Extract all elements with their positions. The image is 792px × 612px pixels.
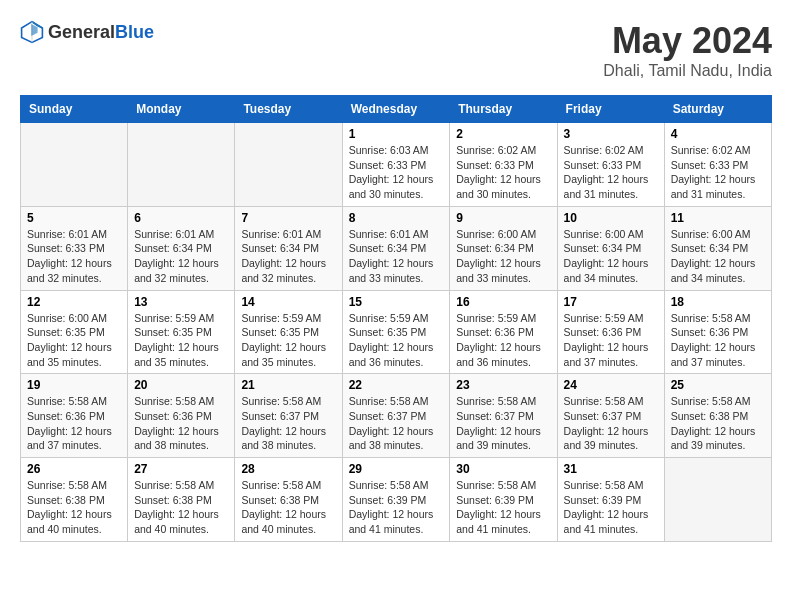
calendar-cell: 25Sunrise: 5:58 AMSunset: 6:38 PMDayligh…: [664, 374, 771, 458]
weekday-header: Monday: [128, 96, 235, 123]
day-number: 27: [134, 462, 228, 476]
calendar-cell: [235, 123, 342, 207]
title-block: May 2024 Dhali, Tamil Nadu, India: [603, 20, 772, 80]
day-info: Sunrise: 6:03 AMSunset: 6:33 PMDaylight:…: [349, 143, 444, 202]
logo-text: GeneralBlue: [48, 22, 154, 43]
day-number: 8: [349, 211, 444, 225]
day-number: 22: [349, 378, 444, 392]
day-info: Sunrise: 5:59 AMSunset: 6:36 PMDaylight:…: [456, 311, 550, 370]
day-number: 20: [134, 378, 228, 392]
day-info: Sunrise: 5:58 AMSunset: 6:36 PMDaylight:…: [671, 311, 765, 370]
day-info: Sunrise: 5:58 AMSunset: 6:37 PMDaylight:…: [349, 394, 444, 453]
day-info: Sunrise: 5:58 AMSunset: 6:38 PMDaylight:…: [27, 478, 121, 537]
day-info: Sunrise: 5:58 AMSunset: 6:36 PMDaylight:…: [134, 394, 228, 453]
calendar-cell: 12Sunrise: 6:00 AMSunset: 6:35 PMDayligh…: [21, 290, 128, 374]
calendar-table: SundayMondayTuesdayWednesdayThursdayFrid…: [20, 95, 772, 542]
calendar-cell: 1Sunrise: 6:03 AMSunset: 6:33 PMDaylight…: [342, 123, 450, 207]
location-title: Dhali, Tamil Nadu, India: [603, 62, 772, 80]
weekday-header-row: SundayMondayTuesdayWednesdayThursdayFrid…: [21, 96, 772, 123]
day-info: Sunrise: 5:59 AMSunset: 6:35 PMDaylight:…: [241, 311, 335, 370]
calendar-cell: 28Sunrise: 5:58 AMSunset: 6:38 PMDayligh…: [235, 458, 342, 542]
day-info: Sunrise: 5:59 AMSunset: 6:35 PMDaylight:…: [134, 311, 228, 370]
day-info: Sunrise: 5:58 AMSunset: 6:38 PMDaylight:…: [671, 394, 765, 453]
calendar-week-row: 1Sunrise: 6:03 AMSunset: 6:33 PMDaylight…: [21, 123, 772, 207]
calendar-cell: 31Sunrise: 5:58 AMSunset: 6:39 PMDayligh…: [557, 458, 664, 542]
calendar-cell: 13Sunrise: 5:59 AMSunset: 6:35 PMDayligh…: [128, 290, 235, 374]
calendar-cell: 14Sunrise: 5:59 AMSunset: 6:35 PMDayligh…: [235, 290, 342, 374]
day-number: 1: [349, 127, 444, 141]
day-info: Sunrise: 6:02 AMSunset: 6:33 PMDaylight:…: [671, 143, 765, 202]
day-number: 4: [671, 127, 765, 141]
day-info: Sunrise: 5:58 AMSunset: 6:38 PMDaylight:…: [241, 478, 335, 537]
calendar-cell: 16Sunrise: 5:59 AMSunset: 6:36 PMDayligh…: [450, 290, 557, 374]
day-number: 7: [241, 211, 335, 225]
calendar-week-row: 12Sunrise: 6:00 AMSunset: 6:35 PMDayligh…: [21, 290, 772, 374]
calendar-cell: 17Sunrise: 5:59 AMSunset: 6:36 PMDayligh…: [557, 290, 664, 374]
day-number: 15: [349, 295, 444, 309]
day-number: 5: [27, 211, 121, 225]
day-number: 19: [27, 378, 121, 392]
day-number: 11: [671, 211, 765, 225]
calendar-cell: 19Sunrise: 5:58 AMSunset: 6:36 PMDayligh…: [21, 374, 128, 458]
day-number: 13: [134, 295, 228, 309]
logo-general: General: [48, 22, 115, 42]
weekday-header: Friday: [557, 96, 664, 123]
day-number: 29: [349, 462, 444, 476]
day-number: 18: [671, 295, 765, 309]
calendar-cell: 10Sunrise: 6:00 AMSunset: 6:34 PMDayligh…: [557, 206, 664, 290]
day-info: Sunrise: 6:00 AMSunset: 6:34 PMDaylight:…: [456, 227, 550, 286]
calendar-cell: 2Sunrise: 6:02 AMSunset: 6:33 PMDaylight…: [450, 123, 557, 207]
day-number: 28: [241, 462, 335, 476]
day-info: Sunrise: 6:02 AMSunset: 6:33 PMDaylight:…: [564, 143, 658, 202]
calendar-cell: 20Sunrise: 5:58 AMSunset: 6:36 PMDayligh…: [128, 374, 235, 458]
calendar-cell: 3Sunrise: 6:02 AMSunset: 6:33 PMDaylight…: [557, 123, 664, 207]
day-info: Sunrise: 6:01 AMSunset: 6:34 PMDaylight:…: [349, 227, 444, 286]
calendar-cell: 4Sunrise: 6:02 AMSunset: 6:33 PMDaylight…: [664, 123, 771, 207]
day-number: 12: [27, 295, 121, 309]
day-info: Sunrise: 6:00 AMSunset: 6:35 PMDaylight:…: [27, 311, 121, 370]
month-title: May 2024: [603, 20, 772, 62]
calendar-cell: [664, 458, 771, 542]
day-info: Sunrise: 5:58 AMSunset: 6:36 PMDaylight:…: [27, 394, 121, 453]
day-info: Sunrise: 5:58 AMSunset: 6:37 PMDaylight:…: [564, 394, 658, 453]
calendar-week-row: 19Sunrise: 5:58 AMSunset: 6:36 PMDayligh…: [21, 374, 772, 458]
day-number: 31: [564, 462, 658, 476]
weekday-header: Tuesday: [235, 96, 342, 123]
day-info: Sunrise: 6:02 AMSunset: 6:33 PMDaylight:…: [456, 143, 550, 202]
day-number: 14: [241, 295, 335, 309]
day-number: 26: [27, 462, 121, 476]
calendar-cell: 5Sunrise: 6:01 AMSunset: 6:33 PMDaylight…: [21, 206, 128, 290]
calendar-cell: 27Sunrise: 5:58 AMSunset: 6:38 PMDayligh…: [128, 458, 235, 542]
day-info: Sunrise: 5:58 AMSunset: 6:39 PMDaylight:…: [564, 478, 658, 537]
day-info: Sunrise: 5:58 AMSunset: 6:39 PMDaylight:…: [456, 478, 550, 537]
calendar-cell: 29Sunrise: 5:58 AMSunset: 6:39 PMDayligh…: [342, 458, 450, 542]
day-number: 23: [456, 378, 550, 392]
calendar-cell: 6Sunrise: 6:01 AMSunset: 6:34 PMDaylight…: [128, 206, 235, 290]
day-info: Sunrise: 5:59 AMSunset: 6:36 PMDaylight:…: [564, 311, 658, 370]
day-info: Sunrise: 5:59 AMSunset: 6:35 PMDaylight:…: [349, 311, 444, 370]
day-info: Sunrise: 6:01 AMSunset: 6:34 PMDaylight:…: [241, 227, 335, 286]
calendar-cell: 30Sunrise: 5:58 AMSunset: 6:39 PMDayligh…: [450, 458, 557, 542]
calendar-cell: 21Sunrise: 5:58 AMSunset: 6:37 PMDayligh…: [235, 374, 342, 458]
calendar-cell: [21, 123, 128, 207]
day-info: Sunrise: 5:58 AMSunset: 6:38 PMDaylight:…: [134, 478, 228, 537]
logo: GeneralBlue: [20, 20, 154, 44]
day-number: 25: [671, 378, 765, 392]
calendar-week-row: 5Sunrise: 6:01 AMSunset: 6:33 PMDaylight…: [21, 206, 772, 290]
day-number: 17: [564, 295, 658, 309]
weekday-header: Thursday: [450, 96, 557, 123]
calendar-cell: 8Sunrise: 6:01 AMSunset: 6:34 PMDaylight…: [342, 206, 450, 290]
weekday-header: Wednesday: [342, 96, 450, 123]
day-number: 10: [564, 211, 658, 225]
logo-blue: Blue: [115, 22, 154, 42]
day-number: 6: [134, 211, 228, 225]
calendar-cell: 15Sunrise: 5:59 AMSunset: 6:35 PMDayligh…: [342, 290, 450, 374]
calendar-cell: 9Sunrise: 6:00 AMSunset: 6:34 PMDaylight…: [450, 206, 557, 290]
weekday-header: Sunday: [21, 96, 128, 123]
day-info: Sunrise: 5:58 AMSunset: 6:39 PMDaylight:…: [349, 478, 444, 537]
weekday-header: Saturday: [664, 96, 771, 123]
day-info: Sunrise: 6:00 AMSunset: 6:34 PMDaylight:…: [671, 227, 765, 286]
calendar-cell: 22Sunrise: 5:58 AMSunset: 6:37 PMDayligh…: [342, 374, 450, 458]
day-number: 16: [456, 295, 550, 309]
day-info: Sunrise: 6:01 AMSunset: 6:34 PMDaylight:…: [134, 227, 228, 286]
